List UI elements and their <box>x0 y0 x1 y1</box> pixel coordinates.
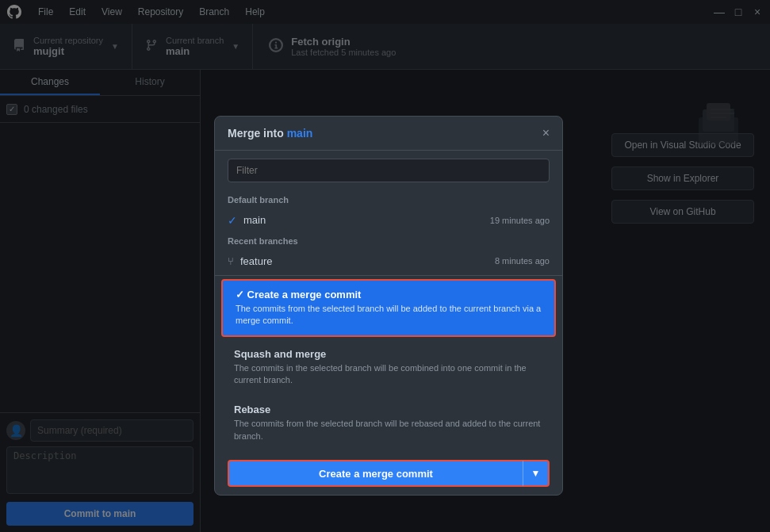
branch-item-main[interactable]: ✓ main 19 minutes ago <box>215 209 562 232</box>
branch-item-feature[interactable]: ⑂ feature 8 minutes ago <box>215 251 562 272</box>
recent-branch-name: feature <box>240 255 272 267</box>
squash-title: Squash and merge <box>234 348 543 360</box>
branch-item-main-left: ✓ main <box>228 214 266 227</box>
default-branch-time: 19 minutes ago <box>490 216 550 225</box>
filter-container <box>215 151 562 190</box>
rebase-title: Rebase <box>234 404 543 415</box>
recent-branch-time: 8 minutes ago <box>495 256 550 266</box>
merge-commit-title-text: ✓ Create a merge commit <box>236 289 361 300</box>
modal-header: Merge into main × <box>215 117 562 151</box>
recent-branches-label: Recent branches <box>215 232 562 251</box>
default-branch-section-label: Default branch <box>215 190 562 209</box>
filter-input[interactable] <box>228 159 550 182</box>
default-branch-name: main <box>243 214 266 226</box>
create-merge-button[interactable]: Create a merge commit <box>228 460 523 487</box>
branch-item-feature-left: ⑂ feature <box>228 255 272 267</box>
branch-fork-icon: ⑂ <box>228 255 234 267</box>
squash-desc: The commits in the selected branch will … <box>234 362 543 387</box>
merge-commit-title: ✓ Create a merge commit <box>236 289 542 300</box>
modal-title: Merge into main <box>228 127 312 140</box>
create-merge-arrow-button[interactable]: ▼ <box>523 460 550 487</box>
merge-commit-desc: The commits from the selected branch wil… <box>236 303 542 327</box>
branch-check-icon: ✓ <box>228 214 237 227</box>
merge-option-squash[interactable]: Squash and merge The commits in the sele… <box>221 340 556 395</box>
create-merge-container: Create a merge commit ▼ <box>215 452 562 495</box>
rebase-desc: The commits from the selected branch wil… <box>234 418 543 442</box>
merge-option-rebase[interactable]: Rebase The commits from the selected bra… <box>221 396 556 450</box>
merge-option-commit[interactable]: ✓ Create a merge commit The commits from… <box>221 279 556 337</box>
modal-title-branch: main <box>287 127 313 140</box>
merge-modal: Merge into main × Default branch ✓ main … <box>214 116 563 496</box>
modal-overlay: Merge into main × Default branch ✓ main … <box>0 0 770 532</box>
modal-close-button[interactable]: × <box>542 126 550 140</box>
modal-divider <box>215 275 562 276</box>
